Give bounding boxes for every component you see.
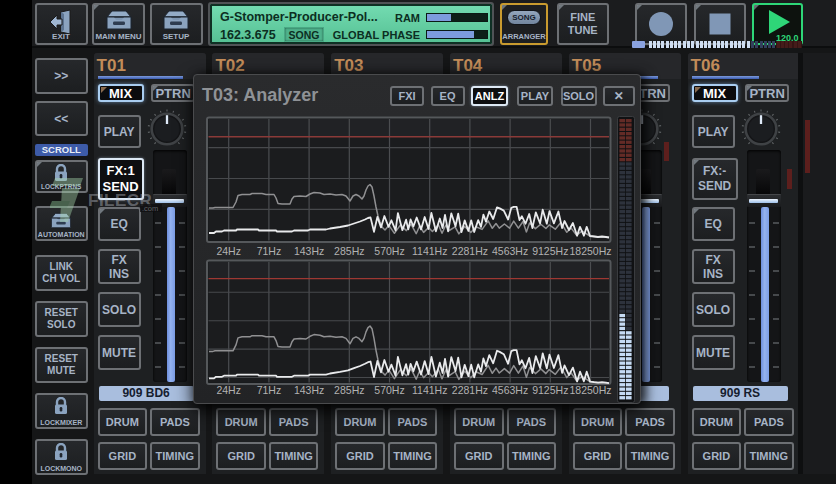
svg-text:24Hz: 24Hz [216,245,241,257]
svg-text:285Hz: 285Hz [334,245,364,257]
svg-text:9125Hz: 9125Hz [532,384,568,396]
svg-text:2281Hz: 2281Hz [452,245,488,257]
svg-text:18250Hz: 18250Hz [569,245,611,257]
svg-text:24Hz: 24Hz [216,384,241,396]
svg-text:143Hz: 143Hz [294,384,324,396]
svg-text:2281Hz: 2281Hz [452,384,488,396]
svg-text:1141Hz: 1141Hz [412,245,447,257]
svg-text:570Hz: 570Hz [374,384,404,396]
svg-text:4563Hz: 4563Hz [492,245,528,257]
svg-text:71Hz: 71Hz [257,245,282,257]
svg-text:570Hz: 570Hz [374,245,404,257]
svg-text:18250Hz: 18250Hz [569,384,611,396]
svg-text:9125Hz: 9125Hz [532,245,568,257]
svg-text:1141Hz: 1141Hz [412,384,447,396]
svg-text:285Hz: 285Hz [334,384,364,396]
svg-text:4563Hz: 4563Hz [492,384,528,396]
svg-text:143Hz: 143Hz [294,245,324,257]
svg-text:71Hz: 71Hz [257,384,282,396]
